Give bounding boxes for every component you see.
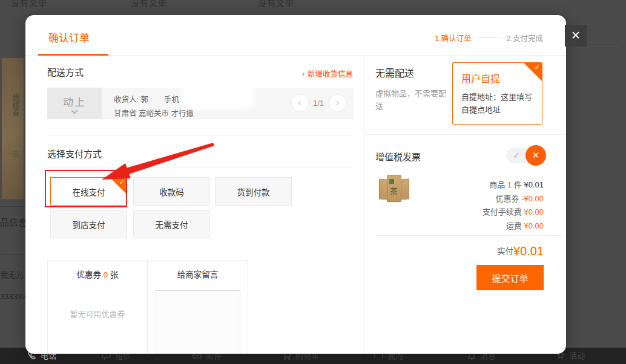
payment-option-qrcode[interactable]: 收款码 xyxy=(133,177,210,206)
coupon-count: 0 xyxy=(104,270,108,279)
heading-divider xyxy=(47,167,354,168)
receiver-text: 收货人: 郭 xyxy=(114,96,148,104)
step-confirm-order: 1.确认订单 xyxy=(435,32,471,44)
payment-option-nopay[interactable]: 无需支付 xyxy=(133,210,210,238)
background-top-bar: 没有文单 没有文单 没有文单 xyxy=(0,0,626,15)
total-amount: 实付¥0.01 xyxy=(497,244,544,258)
price-row-shipping: 运费 ¥0.00 xyxy=(483,219,544,233)
bg-divider xyxy=(0,206,25,207)
bg-product-info-text: 品信息 xyxy=(0,215,27,228)
checkout-steps: 1.确认订单 2.支付完成 xyxy=(435,32,543,44)
check-icon: ✓ xyxy=(119,178,125,186)
delivery-method-heading: 配送方式 xyxy=(47,65,84,78)
invoice-no-button[interactable]: ✕ xyxy=(526,145,546,166)
address-pager: ‹ 1/1 › xyxy=(291,94,346,112)
background-product-image: 碧螺春 一级 xyxy=(1,57,24,200)
check-icon: ✓ xyxy=(535,63,540,71)
close-icon[interactable]: ✕ xyxy=(565,25,587,47)
payment-option-cod[interactable]: 货到付款 xyxy=(215,177,292,206)
pager-indicator: 1/1 xyxy=(314,99,324,108)
pager-next-button[interactable]: › xyxy=(329,94,346,112)
coupon-cell: 优惠券 0 张 暂无可用优惠券 xyxy=(48,261,148,354)
delivery-option-none[interactable]: 无需配送 虚拟物品，不需要配送 xyxy=(375,65,452,113)
coupon-message-panel: 优惠券 0 张 暂无可用优惠券 给商家留言 xyxy=(47,260,248,354)
payment-option-online[interactable]: 在线支付 ✓ xyxy=(50,177,127,206)
bg-top-text: 没有文单 xyxy=(131,0,167,8)
total-divider xyxy=(375,235,562,236)
address-tag[interactable]: 动上 xyxy=(47,88,102,119)
add-address-link[interactable]: + 新增收货信息 xyxy=(301,68,353,79)
invoice-toggle: ✓ ✕ xyxy=(506,148,545,163)
product-thumbnail: 茶 xyxy=(379,175,409,202)
price-row-coupon: 优惠券 -¥0.00 xyxy=(483,192,544,206)
right-column: 无需配送 虚拟物品，不需要配送 用户自提 自提地址：这里填写自提点地址 ✓ 增值… xyxy=(364,56,566,354)
payment-option-instore[interactable]: 到店支付 xyxy=(50,210,127,238)
bg-top-text: 没有文单 xyxy=(258,0,294,8)
message-cell: 给商家留言 xyxy=(148,261,248,354)
address-info: 收货人: 郭手机: 甘肃省 嘉峪关市 才行撒 ‹ 1/1 › xyxy=(102,88,354,119)
message-title: 给商家留言 xyxy=(148,268,248,280)
price-row-fee: 支付手续费 ¥0.00 xyxy=(483,206,544,219)
bg-top-text: 没有文单 xyxy=(11,0,47,8)
phone-label: 手机: xyxy=(164,96,181,104)
modal-title: 确认订单 xyxy=(48,30,90,45)
pager-prev-button[interactable]: ‹ xyxy=(291,94,309,112)
vat-invoice-title: 增值税发票 xyxy=(375,150,421,163)
submit-order-button[interactable]: 提交订单 xyxy=(476,265,544,290)
section-divider xyxy=(47,135,354,135)
step-connector xyxy=(478,37,501,38)
step-payment-done: 2.支付完成 xyxy=(507,32,543,44)
price-breakdown: 商品 1 件 ¥0.01 优惠券 -¥0.00 支付手续费 ¥0.00 运费 ¥… xyxy=(483,178,544,233)
bg-divider xyxy=(0,254,25,255)
price-row-items: 商品 1 件 ¥0.01 xyxy=(483,178,544,192)
confirm-order-modal: 确认订单 1.确认订单 2.支付完成 配送方式 + 新增收货信息 动上 收货人:… xyxy=(25,15,566,354)
payment-method-heading: 选择支付方式 xyxy=(47,147,102,160)
invoice-yes-button[interactable]: ✓ xyxy=(513,150,521,161)
phone-blur-patch xyxy=(185,86,251,106)
coupon-empty-text: 暂无可用优惠券 xyxy=(48,308,147,319)
delivery-option-self-pickup[interactable]: 用户自提 自提地址：这里填写自提点地址 ✓ xyxy=(452,62,542,125)
bg-note-text: 我无为 xyxy=(0,268,24,280)
left-column: 配送方式 + 新增收货信息 动上 收货人: 郭手机: 甘肃省 嘉峪关市 才行撒 … xyxy=(25,56,364,354)
merchant-message-input[interactable] xyxy=(156,290,240,354)
hairline xyxy=(587,47,621,47)
address-card[interactable]: 动上 收货人: 郭手机: 甘肃省 嘉峪关市 才行撒 ‹ 1/1 › xyxy=(47,88,354,119)
coupon-title: 优惠券 0 张 xyxy=(48,268,147,280)
section-divider xyxy=(364,134,566,135)
